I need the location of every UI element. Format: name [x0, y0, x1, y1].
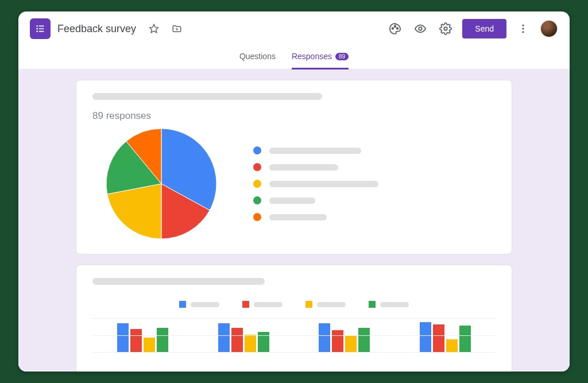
- svg-rect-1: [39, 26, 44, 27]
- legend-item: [253, 163, 496, 171]
- legend-label-placeholder: [269, 198, 315, 204]
- svg-rect-0: [36, 25, 38, 27]
- legend-item: [253, 180, 496, 188]
- bar: [420, 322, 431, 352]
- content-area: 89 responses: [18, 69, 570, 372]
- document-title[interactable]: Feedback survey: [57, 23, 136, 35]
- legend-swatch: [179, 301, 186, 308]
- tab-questions[interactable]: Questions: [239, 52, 276, 69]
- settings-icon[interactable]: [437, 20, 454, 37]
- user-avatar[interactable]: [540, 20, 558, 38]
- bar-group: [319, 323, 370, 352]
- svg-rect-2: [36, 28, 38, 30]
- bar-legend: [92, 301, 496, 308]
- bar: [446, 339, 458, 352]
- svg-point-14: [522, 31, 524, 33]
- legend-dot: [253, 163, 261, 171]
- app-window: Feedback survey Send: [18, 11, 570, 372]
- legend-label-placeholder: [269, 214, 327, 220]
- bar-legend-item: [305, 301, 346, 308]
- responses-badge: 89: [335, 53, 349, 60]
- bar: [358, 328, 370, 352]
- svg-rect-4: [36, 30, 38, 32]
- tab-responses[interactable]: Responses 89: [292, 52, 349, 69]
- bar: [157, 328, 168, 352]
- bar-group: [117, 323, 168, 352]
- svg-point-11: [444, 27, 448, 30]
- star-icon[interactable]: [145, 20, 163, 37]
- legend-dot: [253, 146, 261, 154]
- svg-point-8: [394, 26, 396, 28]
- bar: [258, 332, 269, 352]
- legend-dot: [253, 213, 261, 221]
- legend-swatch: [369, 301, 376, 308]
- bar: [345, 336, 357, 352]
- legend-label-placeholder: [317, 302, 346, 307]
- legend-item: [253, 196, 496, 204]
- preview-icon[interactable]: [412, 20, 429, 37]
- svg-point-7: [392, 28, 394, 29]
- bar: [332, 330, 343, 352]
- pie-legend: [253, 146, 496, 221]
- forms-logo[interactable]: [30, 18, 51, 39]
- palette-icon[interactable]: [386, 20, 404, 37]
- header-actions: Send: [386, 19, 558, 38]
- bar: [218, 323, 230, 352]
- bar: [459, 326, 471, 352]
- svg-rect-5: [39, 31, 44, 32]
- legend-swatch: [242, 301, 249, 308]
- more-icon[interactable]: [514, 20, 532, 37]
- bar-legend-item: [242, 301, 283, 308]
- legend-item: [253, 213, 496, 221]
- question-title-placeholder-2: [92, 278, 265, 285]
- legend-dot: [253, 196, 261, 204]
- bar: [433, 324, 444, 352]
- legend-label-placeholder: [269, 164, 338, 171]
- legend-label-placeholder: [269, 148, 361, 154]
- question-title-placeholder: [92, 93, 322, 100]
- bar-group: [420, 322, 471, 352]
- svg-marker-6: [150, 25, 158, 33]
- move-folder-icon[interactable]: [168, 20, 185, 37]
- svg-point-10: [419, 27, 423, 30]
- pie-chart: [104, 126, 219, 241]
- legend-label-placeholder: [254, 302, 283, 307]
- svg-point-12: [522, 25, 524, 26]
- tab-questions-label: Questions: [239, 52, 276, 61]
- svg-point-9: [397, 28, 399, 29]
- legend-dot: [253, 180, 261, 188]
- svg-rect-3: [39, 28, 44, 29]
- bar-legend-item: [179, 301, 219, 308]
- tabs-bar: Questions Responses 89: [18, 39, 570, 69]
- summary-card-pie: 89 responses: [76, 80, 512, 254]
- title-actions: [145, 20, 185, 37]
- send-button[interactable]: Send: [462, 19, 506, 38]
- responses-count-text: 89 responses: [92, 110, 496, 122]
- bar: [144, 338, 155, 352]
- legend-swatch: [305, 301, 312, 308]
- legend-item: [253, 146, 496, 154]
- tab-responses-label: Responses: [292, 52, 332, 61]
- legend-label-placeholder: [269, 181, 378, 187]
- bar: [130, 329, 142, 352]
- bar: [245, 335, 256, 352]
- svg-point-13: [522, 28, 524, 29]
- bar: [319, 323, 330, 352]
- bar-legend-item: [369, 301, 409, 308]
- legend-label-placeholder: [380, 302, 409, 307]
- bar-chart: [92, 318, 496, 353]
- summary-card-bar: [76, 265, 512, 372]
- bar-group: [218, 323, 269, 352]
- header-bar: Feedback survey Send: [18, 11, 570, 39]
- legend-label-placeholder: [191, 302, 219, 307]
- bar: [231, 328, 243, 352]
- bar: [117, 323, 129, 352]
